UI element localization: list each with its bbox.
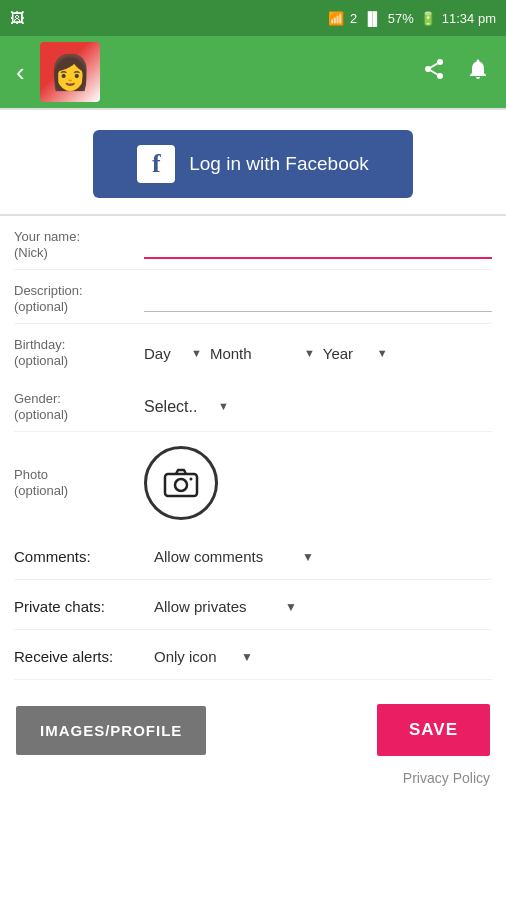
gender-label: Gender: (optional) (14, 391, 144, 422)
svg-point-7 (190, 478, 193, 481)
svg-line-3 (431, 71, 438, 75)
avatar-image: 👩 (40, 42, 100, 102)
privacy-policy-link[interactable]: Privacy Policy (403, 770, 490, 786)
status-bar: 🖼 📶 2 ▐▌ 57% 🔋 11:34 pm (0, 0, 506, 36)
status-left: 🖼 (10, 10, 24, 26)
comments-dropdown-wrap: Allow commentsDisable comments (154, 548, 314, 565)
svg-line-4 (431, 64, 438, 68)
avatar: 👩 (40, 42, 100, 102)
header-bar: ‹ 👩 (0, 36, 506, 108)
alerts-label: Receive alerts: (14, 648, 154, 665)
clock: 11:34 pm (442, 11, 496, 26)
gender-control: Select..MaleFemaleOther (144, 398, 492, 416)
day-select[interactable]: Day1234567891011121314151617181920212223… (144, 345, 189, 362)
facebook-section: f Log in with Facebook (0, 110, 506, 214)
privates-select[interactable]: Allow privatesDisable privates (154, 598, 281, 615)
svg-point-2 (437, 73, 443, 79)
facebook-logo-box: f (137, 145, 175, 183)
gender-dropdown-wrap: Select..MaleFemaleOther (144, 398, 229, 415)
alerts-dropdown: Only iconAll alertsNone (154, 648, 253, 665)
back-button[interactable]: ‹ (16, 57, 25, 88)
images-profile-button[interactable]: IMAGES/PROFILE (16, 706, 206, 755)
signal-icon: ▐▌ (363, 11, 381, 26)
month-dropdown-wrap: MonthJanuaryFebruaryMarchAprilMayJuneJul… (210, 345, 315, 362)
privates-dropdown: Allow privatesDisable privates (154, 598, 297, 615)
name-label: Your name: (Nick) (14, 229, 144, 260)
alerts-row: Receive alerts: Only iconAll alertsNone (14, 630, 492, 680)
svg-point-6 (175, 479, 187, 491)
gender-row: Gender: (optional) Select..MaleFemaleOth… (14, 378, 492, 432)
facebook-f-icon: f (152, 151, 161, 177)
name-control (144, 231, 492, 259)
birthday-row: Birthday: (optional) Day1234567891011121… (14, 324, 492, 378)
comments-row: Comments: Allow commentsDisable comments (14, 530, 492, 580)
registration-form: Your name: (Nick) Description: (optional… (0, 216, 506, 680)
comments-select[interactable]: Allow commentsDisable comments (154, 548, 298, 565)
action-buttons: IMAGES/PROFILE SAVE (0, 680, 506, 766)
svg-point-1 (425, 66, 431, 72)
thumbnail-icon: 🖼 (10, 10, 24, 26)
alerts-select[interactable]: Only iconAll alertsNone (154, 648, 237, 665)
network-badge: 2 (350, 11, 357, 26)
month-select[interactable]: MonthJanuaryFebruaryMarchAprilMayJuneJul… (210, 345, 302, 362)
privates-label: Private chats: (14, 598, 154, 615)
bell-icon[interactable] (466, 57, 490, 87)
svg-point-0 (437, 59, 443, 65)
facebook-login-label: Log in with Facebook (189, 153, 369, 175)
photo-control (144, 446, 492, 520)
comments-dropdown: Allow commentsDisable comments (154, 548, 314, 565)
privates-row: Private chats: Allow privatesDisable pri… (14, 580, 492, 630)
birthday-label: Birthday: (optional) (14, 337, 144, 368)
camera-button[interactable] (144, 446, 218, 520)
description-control (144, 285, 492, 312)
battery-level: 57% (388, 11, 414, 26)
share-icon[interactable] (422, 57, 446, 87)
photo-label: Photo (optional) (14, 467, 144, 498)
status-right: 📶 2 ▐▌ 57% 🔋 11:34 pm (328, 11, 496, 26)
facebook-login-button[interactable]: f Log in with Facebook (93, 130, 413, 198)
save-button[interactable]: SAVE (377, 704, 490, 756)
gender-select[interactable]: Select..MaleFemaleOther (144, 398, 216, 415)
description-label: Description: (optional) (14, 283, 144, 314)
privacy-section: Privacy Policy (0, 766, 506, 802)
description-row: Description: (optional) (14, 270, 492, 324)
name-row: Your name: (Nick) (14, 216, 492, 270)
wifi-icon: 📶 (328, 11, 344, 26)
year-select[interactable]: Year202420232022201020001990198019701960… (323, 345, 375, 362)
privates-dropdown-wrap: Allow privatesDisable privates (154, 598, 297, 615)
header-icons (422, 57, 490, 87)
name-input[interactable] (144, 231, 492, 259)
year-dropdown-wrap: Year202420232022201020001990198019701960… (323, 345, 388, 362)
birthday-dropdowns: Day1234567891011121314151617181920212223… (144, 345, 492, 362)
day-dropdown-wrap: Day1234567891011121314151617181920212223… (144, 345, 202, 362)
description-input[interactable] (144, 285, 492, 312)
photo-row: Photo (optional) (14, 432, 492, 530)
alerts-dropdown-wrap: Only iconAll alertsNone (154, 648, 253, 665)
battery-icon: 🔋 (420, 11, 436, 26)
comments-label: Comments: (14, 548, 154, 565)
